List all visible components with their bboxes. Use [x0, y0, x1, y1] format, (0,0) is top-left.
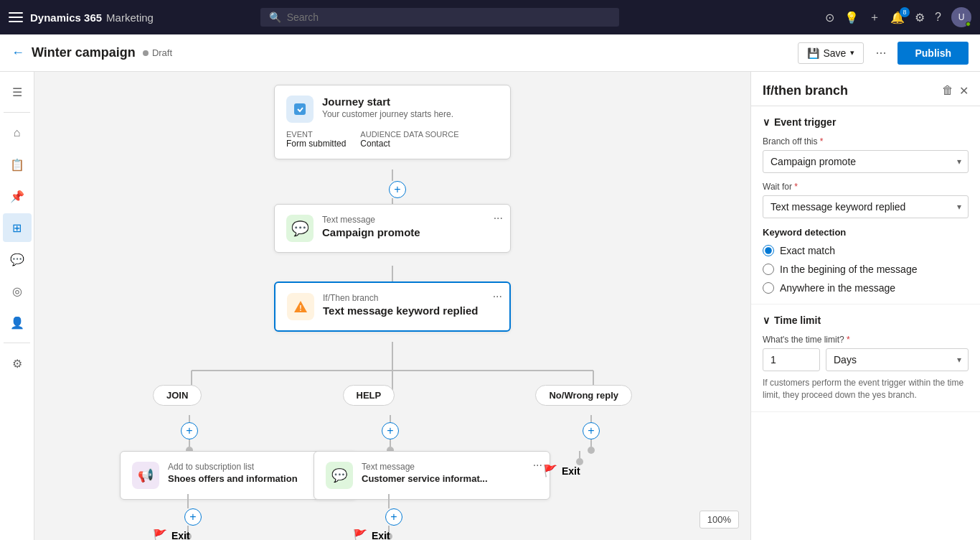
app-layout: ☰ ⌂ 📋 📌 ⊞ 💬 ◎ 👤 ⚙ [0, 72, 980, 540]
search-bar[interactable]: 🔍 [260, 8, 619, 27]
svg-rect-2 [9, 21, 23, 22]
add-button-1[interactable]: + [389, 181, 406, 198]
add-join: + [181, 415, 198, 454]
text-message-card[interactable]: 💬 Text message Campaign promote ··· [274, 204, 511, 253]
sidebar-item-contacts[interactable]: 👤 [3, 308, 32, 337]
help-exit-node: 🚩 Exit [353, 529, 390, 540]
help-action-menu[interactable]: ··· [533, 459, 542, 472]
radio-exact-label: Exact match [780, 245, 835, 256]
wait-for-select[interactable]: Text message keyword repliedEmail opened… [763, 195, 969, 218]
join-exit-node: 🚩 Exit [153, 529, 190, 540]
panel-header-icons: 🗑 ✕ [942, 84, 969, 98]
avatar-initials: U [958, 12, 965, 22]
radio-exact[interactable]: Exact match [763, 245, 969, 256]
event-trigger-chevron: ∨ [763, 116, 770, 128]
add-button-help[interactable]: + [382, 422, 399, 439]
radio-beginning[interactable]: In the begining of the message [763, 264, 969, 275]
time-limit-input[interactable] [763, 348, 820, 371]
sidebar-separator-2 [4, 343, 31, 343]
add-button-wrong[interactable]: + [583, 422, 600, 439]
brand-app: Marketing [106, 11, 154, 24]
sidebar-item-messages[interactable]: 💬 [3, 245, 32, 274]
more-button[interactable]: ··· [870, 42, 892, 63]
radio-anywhere[interactable]: Anywhere in the message [763, 282, 969, 294]
time-limit-header[interactable]: ∨ Time limit [763, 315, 969, 326]
search-input[interactable] [287, 11, 611, 23]
sidebar-item-home[interactable]: ⌂ [3, 118, 32, 147]
time-limit-section: ∨ Time limit What's the time limit? * Da… [751, 304, 980, 412]
sidebar-item-menu[interactable]: ☰ [3, 78, 32, 106]
time-unit-select[interactable]: DaysHoursMinutes [826, 348, 969, 371]
help-icon[interactable]: ? [935, 11, 941, 24]
sidebar-item-journeys[interactable]: ⊞ [3, 213, 32, 242]
keyword-detection-radios: Exact match In the begining of the messa… [763, 245, 969, 294]
text-message-label: Text message [322, 215, 499, 225]
add-button-join-exit[interactable]: + [184, 508, 202, 526]
publish-button[interactable]: Publish [897, 42, 969, 65]
branch-labels-row: JOIN HELP No/Wrong reply [120, 385, 665, 406]
help-action-card[interactable]: 💬 Text message Customer service informat… [314, 451, 550, 500]
add-button-help-exit[interactable]: + [385, 508, 402, 526]
audience-value: Contact [360, 139, 390, 149]
event-trigger-section: ∨ Event trigger Branch off this * Campai… [751, 106, 980, 304]
grid-menu-button[interactable] [9, 10, 23, 24]
canvas: Journey start Your customer journey star… [34, 72, 750, 540]
radio-exact-input[interactable] [763, 245, 774, 256]
text-message-node: 💬 Text message Campaign promote ··· [274, 204, 511, 253]
lightbulb-icon[interactable]: 💡 [844, 11, 859, 24]
radio-beginning-input[interactable] [763, 264, 774, 275]
sidebar-item-settings[interactable]: ⚙ [3, 349, 32, 378]
radio-anywhere-label: Anywhere in the message [780, 282, 895, 294]
help-exit-flag: 🚩 [353, 529, 367, 540]
ifthen-label: If/Then branch [323, 293, 498, 303]
ifthen-menu[interactable]: ··· [493, 290, 502, 303]
wrong-exit-label: Exit [562, 465, 580, 477]
secondnav-actions: 💾 Save ▾ ··· Publish [798, 42, 969, 65]
event-trigger-label: Event trigger [774, 116, 836, 128]
sidebar-separator [4, 112, 31, 113]
help-action-icon: 💬 [326, 462, 353, 489]
sidebar-item-pinned[interactable]: 📌 [3, 182, 32, 210]
svg-text:!: ! [299, 304, 301, 312]
help-action-node: 💬 Text message Customer service informat… [314, 451, 464, 500]
panel-delete-icon[interactable]: 🗑 [942, 84, 953, 98]
time-unit-select-wrap: DaysHoursMinutes ▾ [826, 348, 969, 371]
wrong-exit-flag: 🚩 [543, 464, 557, 478]
text-message-menu[interactable]: ··· [494, 212, 503, 225]
help-action-title: Customer service informat... [362, 473, 538, 484]
radio-anywhere-input[interactable] [763, 282, 774, 294]
add-button-join[interactable]: + [181, 422, 198, 439]
draft-dot [143, 50, 149, 56]
gear-icon[interactable]: ⚙ [915, 11, 925, 24]
save-button[interactable]: 💾 Save ▾ [798, 42, 864, 64]
event-trigger-header[interactable]: ∨ Event trigger [763, 116, 969, 128]
text-message-title: Campaign promote [322, 226, 499, 238]
notifications-icon[interactable]: 🔔 8 [890, 11, 905, 24]
svg-rect-1 [9, 17, 23, 18]
page-title: Winter campaign [32, 45, 136, 60]
branch-label-wrong: No/Wrong reply [535, 385, 632, 406]
time-limit-chevron: ∨ [763, 315, 770, 326]
back-button[interactable]: ← [11, 45, 24, 60]
branch-label-help: HELP [343, 385, 395, 406]
journey-start-card[interactable]: Journey start Your customer journey star… [274, 85, 511, 159]
save-chevron-icon: ▾ [850, 48, 854, 57]
panel-close-icon[interactable]: ✕ [959, 84, 969, 98]
wait-for-label: Wait for * [763, 182, 969, 192]
ifthen-card[interactable]: ! If/Then branch Text message keyword re… [274, 281, 511, 332]
event-value: Form submitted [286, 139, 346, 149]
branch-label-join: JOIN [153, 385, 202, 406]
avatar-status-dot [966, 22, 971, 27]
avatar[interactable]: U [951, 7, 971, 27]
svg-rect-3 [294, 103, 306, 115]
zoom-badge: 100% [699, 511, 739, 529]
panel-header: If/then branch 🗑 ✕ [751, 72, 980, 106]
branch-off-select[interactable]: Campaign promoteJourney start [763, 150, 969, 173]
settings-icon[interactable]: ⊙ [825, 11, 834, 24]
add-icon[interactable]: ＋ [869, 10, 880, 25]
join-action-icon: 📢 [132, 462, 159, 489]
sidebar-item-recent[interactable]: 📋 [3, 150, 32, 179]
sidebar-item-segments[interactable]: ◎ [3, 276, 32, 305]
draft-label: Draft [152, 47, 172, 58]
ifthen-title: Text message keyword replied [323, 304, 498, 317]
